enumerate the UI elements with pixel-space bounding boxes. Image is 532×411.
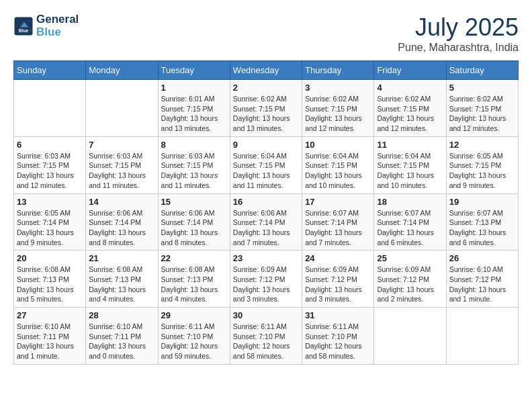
day-number: 26: [449, 253, 515, 263]
weekday-header-monday: Monday: [86, 61, 158, 80]
week-row-5: 27Sunrise: 6:10 AM Sunset: 7:11 PM Dayli…: [14, 308, 519, 365]
calendar-cell: 10Sunrise: 6:04 AM Sunset: 7:15 PM Dayli…: [302, 136, 374, 193]
week-row-4: 20Sunrise: 6:08 AM Sunset: 7:13 PM Dayli…: [14, 250, 519, 308]
calendar-cell: 21Sunrise: 6:08 AM Sunset: 7:13 PM Dayli…: [86, 250, 158, 308]
day-number: 24: [305, 253, 371, 263]
day-info: Sunrise: 6:03 AM Sunset: 7:15 PM Dayligh…: [17, 151, 83, 191]
weekday-header-tuesday: Tuesday: [158, 61, 230, 80]
weekday-header-saturday: Saturday: [446, 61, 518, 80]
day-info: Sunrise: 6:08 AM Sunset: 7:13 PM Dayligh…: [17, 265, 83, 304]
calendar-cell: 8Sunrise: 6:03 AM Sunset: 7:15 PM Daylig…: [158, 136, 230, 193]
calendar-cell: 26Sunrise: 6:10 AM Sunset: 7:12 PM Dayli…: [446, 250, 518, 308]
day-info: Sunrise: 6:06 AM Sunset: 7:14 PM Dayligh…: [161, 208, 227, 248]
day-info: Sunrise: 6:08 AM Sunset: 7:13 PM Dayligh…: [89, 265, 154, 304]
calendar-cell: 23Sunrise: 6:09 AM Sunset: 7:12 PM Dayli…: [230, 250, 302, 308]
day-number: 23: [233, 253, 299, 263]
day-number: 16: [233, 197, 299, 207]
day-info: Sunrise: 6:09 AM Sunset: 7:12 PM Dayligh…: [377, 265, 443, 304]
day-number: 18: [377, 197, 443, 207]
day-info: Sunrise: 6:10 AM Sunset: 7:11 PM Dayligh…: [17, 322, 83, 361]
day-number: 13: [17, 197, 83, 207]
day-info: Sunrise: 6:11 AM Sunset: 7:10 PM Dayligh…: [233, 322, 299, 361]
logo-general: General: [36, 13, 79, 26]
calendar: SundayMondayTuesdayWednesdayThursdayFrid…: [13, 60, 519, 365]
calendar-cell: 7Sunrise: 6:03 AM Sunset: 7:15 PM Daylig…: [86, 136, 158, 193]
day-number: 28: [89, 310, 154, 320]
day-number: 9: [233, 140, 299, 150]
calendar-cell: 22Sunrise: 6:08 AM Sunset: 7:13 PM Dayli…: [158, 250, 230, 308]
day-number: 10: [305, 140, 371, 150]
day-info: Sunrise: 6:02 AM Sunset: 7:15 PM Dayligh…: [233, 94, 299, 134]
day-info: Sunrise: 6:10 AM Sunset: 7:12 PM Dayligh…: [449, 265, 515, 304]
day-info: Sunrise: 6:06 AM Sunset: 7:14 PM Dayligh…: [233, 208, 299, 248]
day-info: Sunrise: 6:04 AM Sunset: 7:15 PM Dayligh…: [377, 151, 443, 191]
day-number: 6: [17, 140, 83, 150]
calendar-cell: 15Sunrise: 6:06 AM Sunset: 7:14 PM Dayli…: [158, 193, 230, 250]
day-info: Sunrise: 6:11 AM Sunset: 7:10 PM Dayligh…: [305, 322, 371, 361]
day-info: Sunrise: 6:02 AM Sunset: 7:15 PM Dayligh…: [305, 94, 371, 134]
day-info: Sunrise: 6:03 AM Sunset: 7:15 PM Dayligh…: [161, 151, 227, 191]
day-info: Sunrise: 6:04 AM Sunset: 7:15 PM Dayligh…: [305, 151, 371, 191]
calendar-cell: 17Sunrise: 6:07 AM Sunset: 7:14 PM Dayli…: [302, 193, 374, 250]
calendar-cell: 27Sunrise: 6:10 AM Sunset: 7:11 PM Dayli…: [14, 308, 86, 365]
week-row-3: 13Sunrise: 6:05 AM Sunset: 7:14 PM Dayli…: [14, 193, 519, 250]
day-number: 2: [233, 83, 299, 93]
day-number: 25: [377, 253, 443, 263]
day-number: 15: [161, 197, 227, 207]
day-number: 12: [449, 140, 515, 150]
calendar-cell: 4Sunrise: 6:02 AM Sunset: 7:15 PM Daylig…: [374, 80, 446, 137]
day-info: Sunrise: 6:05 AM Sunset: 7:14 PM Dayligh…: [17, 208, 83, 248]
logo-blue: Blue: [36, 26, 79, 39]
calendar-cell: 11Sunrise: 6:04 AM Sunset: 7:15 PM Dayli…: [374, 136, 446, 193]
calendar-cell: [374, 308, 446, 365]
day-number: 7: [89, 140, 154, 150]
day-number: 4: [377, 83, 443, 93]
logo: Blue General Blue: [13, 13, 79, 38]
day-info: Sunrise: 6:06 AM Sunset: 7:14 PM Dayligh…: [89, 208, 154, 248]
weekday-header-row: SundayMondayTuesdayWednesdayThursdayFrid…: [14, 61, 519, 80]
day-info: Sunrise: 6:07 AM Sunset: 7:14 PM Dayligh…: [305, 208, 371, 248]
weekday-header-friday: Friday: [374, 61, 446, 80]
day-info: Sunrise: 6:01 AM Sunset: 7:15 PM Dayligh…: [161, 94, 227, 134]
weekday-header-sunday: Sunday: [14, 61, 86, 80]
day-info: Sunrise: 6:05 AM Sunset: 7:15 PM Dayligh…: [449, 151, 515, 191]
day-info: Sunrise: 6:09 AM Sunset: 7:12 PM Dayligh…: [305, 265, 371, 304]
day-info: Sunrise: 6:10 AM Sunset: 7:11 PM Dayligh…: [89, 322, 154, 361]
day-number: 11: [377, 140, 443, 150]
calendar-cell: 16Sunrise: 6:06 AM Sunset: 7:14 PM Dayli…: [230, 193, 302, 250]
day-number: 21: [89, 253, 154, 263]
day-info: Sunrise: 6:07 AM Sunset: 7:14 PM Dayligh…: [377, 208, 443, 248]
logo-icon: Blue: [13, 16, 34, 36]
week-row-2: 6Sunrise: 6:03 AM Sunset: 7:15 PM Daylig…: [14, 136, 519, 193]
day-number: 31: [305, 310, 371, 320]
day-info: Sunrise: 6:02 AM Sunset: 7:15 PM Dayligh…: [377, 94, 443, 134]
day-number: 1: [161, 83, 227, 93]
day-info: Sunrise: 6:08 AM Sunset: 7:13 PM Dayligh…: [161, 265, 227, 304]
page-header: Blue General Blue July 2025 Pune, Mahara…: [13, 13, 519, 54]
day-number: 22: [161, 253, 227, 263]
calendar-cell: [446, 308, 518, 365]
calendar-cell: 28Sunrise: 6:10 AM Sunset: 7:11 PM Dayli…: [86, 308, 158, 365]
day-number: 30: [233, 310, 299, 320]
month-title: July 2025: [398, 13, 519, 42]
calendar-cell: 25Sunrise: 6:09 AM Sunset: 7:12 PM Dayli…: [374, 250, 446, 308]
day-number: 8: [161, 140, 227, 150]
day-number: 5: [449, 83, 515, 93]
day-info: Sunrise: 6:07 AM Sunset: 7:13 PM Dayligh…: [449, 208, 515, 248]
calendar-cell: [14, 80, 86, 137]
calendar-cell: 3Sunrise: 6:02 AM Sunset: 7:15 PM Daylig…: [302, 80, 374, 137]
calendar-cell: 31Sunrise: 6:11 AM Sunset: 7:10 PM Dayli…: [302, 308, 374, 365]
calendar-cell: 13Sunrise: 6:05 AM Sunset: 7:14 PM Dayli…: [14, 193, 86, 250]
day-info: Sunrise: 6:11 AM Sunset: 7:10 PM Dayligh…: [161, 322, 227, 361]
day-info: Sunrise: 6:02 AM Sunset: 7:15 PM Dayligh…: [449, 94, 515, 134]
calendar-cell: 30Sunrise: 6:11 AM Sunset: 7:10 PM Dayli…: [230, 308, 302, 365]
week-row-1: 1Sunrise: 6:01 AM Sunset: 7:15 PM Daylig…: [14, 80, 519, 137]
svg-text:Blue: Blue: [19, 28, 29, 33]
day-info: Sunrise: 6:03 AM Sunset: 7:15 PM Dayligh…: [89, 151, 154, 191]
title-area: July 2025 Pune, Maharashtra, India: [398, 13, 519, 54]
calendar-cell: 19Sunrise: 6:07 AM Sunset: 7:13 PM Dayli…: [446, 193, 518, 250]
day-number: 29: [161, 310, 227, 320]
day-number: 14: [89, 197, 154, 207]
day-number: 20: [17, 253, 83, 263]
weekday-header-thursday: Thursday: [302, 61, 374, 80]
